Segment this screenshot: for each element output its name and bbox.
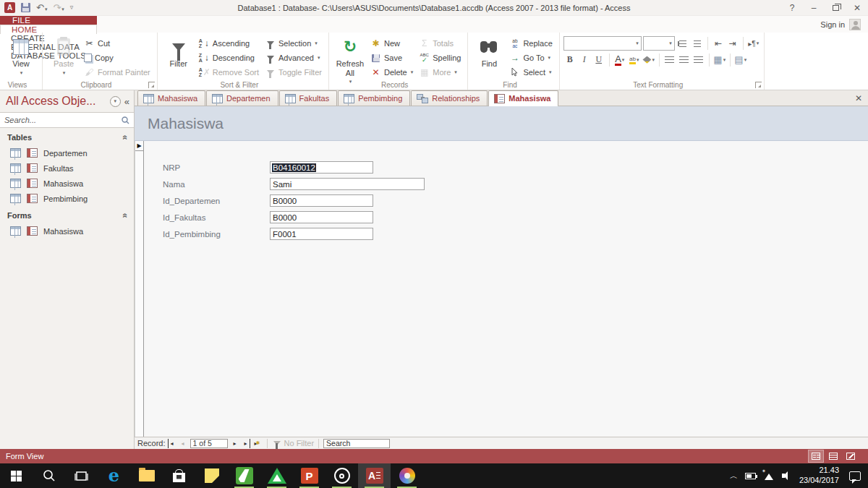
save-icon[interactable] bbox=[21, 3, 30, 12]
align-left-icon[interactable] bbox=[663, 53, 676, 67]
document-tab[interactable]: Departemen bbox=[206, 90, 278, 106]
bold-button[interactable]: B bbox=[563, 53, 576, 67]
task-view-button[interactable] bbox=[65, 463, 98, 488]
document-tab[interactable]: Pembimbing bbox=[338, 90, 410, 106]
wifi-icon[interactable] bbox=[763, 471, 775, 480]
field-textbox[interactable]: B0000 bbox=[270, 211, 373, 223]
bullets-icon[interactable] bbox=[676, 37, 689, 51]
store-button[interactable] bbox=[163, 463, 195, 488]
field-textbox[interactable]: B0000 bbox=[270, 194, 373, 207]
no-filter-label[interactable]: No Filter bbox=[284, 439, 315, 448]
more-button[interactable]: ▦More▾ bbox=[416, 65, 464, 80]
fill-color-button[interactable]: ▾ bbox=[642, 53, 655, 67]
nav-item-table[interactable]: Pembimbing bbox=[0, 191, 134, 206]
first-record-button[interactable]: ◂ bbox=[168, 439, 176, 448]
ascending-button[interactable]: AZ↓Ascending bbox=[196, 36, 262, 51]
layout-view-button[interactable] bbox=[843, 450, 858, 462]
refresh-all-button[interactable]: ↻ Refresh All ▾ bbox=[333, 35, 367, 85]
powerpoint-button[interactable]: P bbox=[293, 463, 326, 488]
field-textbox[interactable]: F0001 bbox=[270, 228, 373, 240]
file-explorer-button[interactable] bbox=[130, 463, 163, 488]
start-button[interactable] bbox=[0, 463, 33, 488]
toggle-filter-button[interactable]: Toggle Filter bbox=[262, 65, 325, 80]
battery-icon[interactable] bbox=[745, 473, 756, 479]
replace-button[interactable]: abacReplace bbox=[506, 36, 555, 51]
taskbar-search-button[interactable] bbox=[33, 463, 65, 488]
tables-section-header[interactable]: Tables « bbox=[0, 128, 134, 145]
decrease-indent-icon[interactable]: ⇤ bbox=[712, 37, 725, 51]
select-button[interactable]: Select▾ bbox=[506, 65, 555, 80]
restore-button[interactable] bbox=[825, 0, 846, 15]
delete-record-button[interactable]: ✕Delete▾ bbox=[367, 65, 416, 80]
cut-button[interactable]: ✂Cut bbox=[81, 36, 153, 51]
record-selector-bar[interactable]: ▶ bbox=[135, 141, 144, 437]
align-right-icon[interactable] bbox=[692, 53, 705, 67]
spelling-button[interactable]: ABC✓Spelling bbox=[416, 51, 464, 65]
italic-button[interactable]: I bbox=[578, 53, 591, 67]
copy-button[interactable]: Copy bbox=[81, 51, 153, 65]
coreldraw-button[interactable] bbox=[228, 463, 260, 488]
gridlines-button[interactable]: ▦▾ bbox=[713, 53, 726, 67]
selection-button[interactable]: Selection▾ bbox=[262, 36, 325, 51]
document-tab[interactable]: Mahasiswa bbox=[488, 90, 558, 106]
nav-item-table[interactable]: Mahasiswa bbox=[0, 176, 134, 191]
alternate-row-color-button[interactable]: ▤▾ bbox=[734, 53, 747, 67]
find-button[interactable]: Find bbox=[472, 35, 506, 69]
forms-section-header[interactable]: Forms « bbox=[0, 206, 134, 223]
nav-item-table[interactable]: Fakultas bbox=[0, 160, 134, 176]
align-center-icon[interactable] bbox=[678, 53, 691, 67]
minimize-button[interactable]: – bbox=[803, 0, 825, 15]
nav-item-table[interactable]: Departemen bbox=[0, 145, 134, 160]
format-painter-button[interactable]: 🖌Format Painter bbox=[81, 65, 153, 80]
collapse-section-icon[interactable]: « bbox=[121, 213, 131, 218]
taskbar-clock[interactable]: 21.43 23/04/2017 bbox=[799, 466, 839, 486]
paste-button[interactable]: Paste ▾ bbox=[46, 35, 81, 76]
access-taskbar-button[interactable]: A bbox=[358, 463, 391, 488]
font-name-combo[interactable]: ▾ bbox=[563, 36, 642, 51]
next-record-button[interactable]: ▸ bbox=[230, 439, 240, 448]
sign-in[interactable]: Sign in bbox=[820, 16, 868, 33]
shutter-bar-close-icon[interactable]: « bbox=[124, 96, 129, 107]
numbering-icon[interactable] bbox=[691, 37, 704, 51]
close-button[interactable]: ✕ bbox=[846, 0, 868, 15]
font-color-button[interactable]: A▾ bbox=[613, 53, 626, 67]
close-document-icon[interactable]: ✕ bbox=[855, 93, 862, 103]
paint-app-button[interactable] bbox=[391, 463, 423, 488]
sticky-notes-button[interactable] bbox=[195, 463, 228, 488]
underline-button[interactable]: U bbox=[592, 53, 605, 67]
descending-button[interactable]: ZA↓Descending bbox=[196, 51, 262, 65]
help-button[interactable]: ? bbox=[781, 0, 803, 15]
nav-search-box[interactable]: Search... bbox=[0, 112, 134, 128]
text-direction-icon[interactable]: ▸¶▾ bbox=[747, 37, 760, 51]
undo-icon[interactable]: ↶▾ bbox=[36, 3, 47, 12]
document-tab[interactable]: Relationships bbox=[411, 90, 488, 106]
customize-qat-icon[interactable]: ▿ bbox=[70, 4, 74, 11]
datasheet-view-button[interactable] bbox=[826, 450, 841, 462]
last-record-button[interactable]: ▸ bbox=[242, 439, 250, 448]
record-position-box[interactable]: 1 of 5 bbox=[190, 439, 228, 448]
document-tab[interactable]: Mahasiswa bbox=[137, 90, 205, 106]
previous-record-button[interactable]: ◂ bbox=[178, 439, 188, 448]
volume-icon[interactable] bbox=[782, 471, 792, 480]
form-view-button[interactable] bbox=[809, 450, 823, 462]
text-formatting-dialog-launcher[interactable] bbox=[755, 82, 762, 88]
save-record-button[interactable]: Save bbox=[367, 51, 416, 65]
remove-sort-button[interactable]: AZ✗Remove Sort bbox=[196, 65, 262, 80]
nav-item-form[interactable]: Mahasiswa bbox=[0, 223, 134, 239]
nav-pane-menu-icon[interactable]: ▾ bbox=[110, 96, 121, 107]
powerdirector-button[interactable] bbox=[326, 463, 358, 488]
record-search-box[interactable]: Search bbox=[323, 439, 390, 448]
go-to-button[interactable]: →Go To▾ bbox=[506, 51, 555, 65]
redo-icon[interactable]: ↷▾ bbox=[53, 3, 64, 12]
tray-expand-icon[interactable]: ︿ bbox=[730, 471, 738, 481]
collapse-section-icon[interactable]: « bbox=[121, 135, 131, 140]
filter-button[interactable]: Filter bbox=[161, 35, 196, 69]
font-size-combo[interactable]: ▾ bbox=[643, 36, 675, 51]
driverpack-button[interactable] bbox=[260, 463, 293, 488]
edge-button[interactable]: e bbox=[98, 463, 130, 488]
document-tab[interactable]: Fakultas bbox=[279, 90, 338, 106]
action-center-icon[interactable] bbox=[849, 471, 861, 481]
increase-indent-icon[interactable]: ⇥ bbox=[726, 37, 739, 51]
field-textbox[interactable]: Sami bbox=[270, 178, 425, 190]
totals-button[interactable]: ΣTotals bbox=[416, 36, 464, 51]
